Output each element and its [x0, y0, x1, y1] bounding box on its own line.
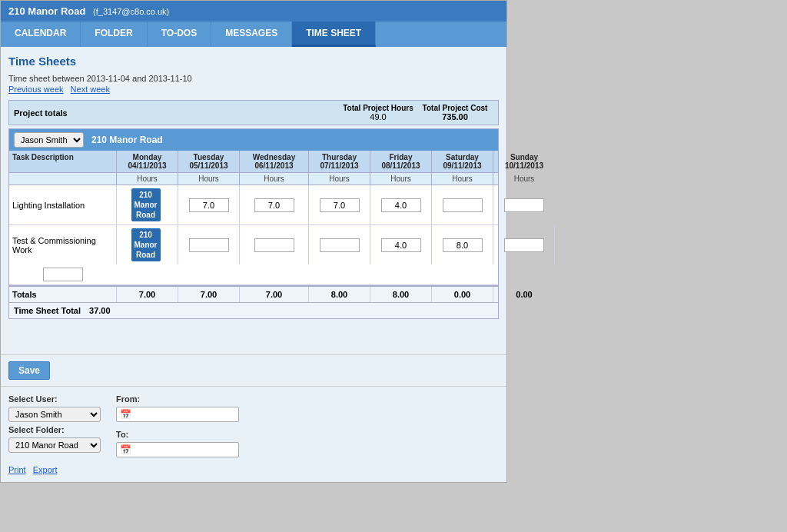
totals-sat: 0.00 — [432, 287, 493, 302]
hours-input[interactable] — [254, 238, 294, 252]
days-header: Task Description Monday 04/11/2013 Tuesd… — [9, 151, 498, 173]
totals-fri: 8.00 — [370, 287, 432, 302]
project-totals-label: Project totals — [14, 108, 340, 118]
totals-row: Totals 7.00 7.00 7.00 8.00 8.00 0.00 0.0… — [9, 285, 498, 302]
task-hours-wed-1 — [309, 185, 370, 224]
task-hours-sat-1 — [493, 185, 555, 224]
totals-thu: 8.00 — [309, 287, 370, 302]
report-section: Select User: Jason Smith Select Folder: … — [1, 386, 506, 482]
project-label: 210 Manor Road — [91, 135, 163, 145]
app-header: 210 Manor Road (f_3147@c8o.co.uk) — [1, 1, 506, 22]
week-links: Previous week Next week — [8, 85, 499, 94]
day-fri: Friday 08/11/2013 — [370, 151, 432, 172]
totals-wed: 7.00 — [240, 287, 309, 302]
tab-calendar[interactable]: CALENDAR — [1, 22, 81, 47]
save-button[interactable]: Save — [8, 361, 50, 380]
select-folder-label: Select Folder: — [8, 425, 101, 434]
section-title: Time Sheets — [8, 55, 499, 68]
task-hours-sat-2 — [493, 225, 555, 264]
total-project-hours: Total Project Hours 49.0 — [340, 104, 417, 121]
task-hours-wed-2 — [309, 225, 370, 264]
from-date-input-wrap: 📅 — [116, 407, 239, 422]
user-row: Jason Smith 210 Manor Road — [9, 129, 498, 151]
task-hours-tue-2 — [240, 225, 309, 264]
task-project-badge-2: 210ManorRoad — [117, 225, 178, 264]
tab-timesheet[interactable]: TIME SHEET — [292, 22, 376, 47]
task-row: Lighting Installation 210ManorRoad — [9, 185, 498, 225]
select-user-group: Select User: Jason Smith Select Folder: … — [8, 394, 101, 453]
to-label: To: — [116, 430, 239, 439]
task-hours-mon-2 — [178, 225, 240, 264]
report-form: Select User: Jason Smith Select Folder: … — [8, 394, 499, 457]
totals-mon: 7.00 — [117, 287, 178, 302]
hours-input[interactable] — [320, 238, 360, 252]
export-link[interactable]: Export — [33, 465, 58, 474]
report-links: Print Export — [8, 465, 499, 474]
hours-input[interactable] — [43, 268, 83, 281]
save-section: Save — [1, 354, 506, 386]
calendar-icon-to: 📅 — [117, 443, 134, 457]
header-title: 210 Manor Road — [8, 5, 85, 17]
task-project-badge: 210ManorRoad — [117, 185, 178, 224]
task-hours-mon-1 — [178, 185, 240, 224]
task-row: Test & Commissioning Work 210ManorRoad — [9, 225, 498, 285]
task-desc-header: Task Description — [9, 151, 117, 172]
to-date-input[interactable] — [134, 444, 234, 456]
task-name-commissioning: Test & Commissioning Work — [9, 225, 117, 264]
select-user-label: Select User: — [8, 394, 101, 404]
hours-input[interactable] — [320, 198, 360, 212]
tab-messages[interactable]: MESSAGES — [211, 22, 292, 47]
day-sun: Sunday 10/11/2013 — [493, 151, 555, 172]
hours-input[interactable] — [504, 198, 544, 212]
hours-input[interactable] — [189, 238, 229, 252]
hours-input[interactable] — [189, 198, 229, 212]
totals-label: Totals — [9, 287, 117, 302]
timesheet-table: Jason Smith 210 Manor Road Task Descript… — [8, 128, 499, 319]
task-hours-thu-2 — [370, 225, 432, 264]
nav-tabs: CALENDAR FOLDER TO-DOS MESSAGES TIME SHE… — [1, 22, 506, 47]
hours-input[interactable] — [254, 198, 294, 212]
totals-tue: 7.00 — [178, 287, 240, 302]
print-link[interactable]: Print — [8, 465, 26, 474]
day-sat: Saturday 09/11/2013 — [432, 151, 493, 172]
task-hours-thu-1 — [370, 185, 432, 224]
header-subtitle: (f_3147@c8o.co.uk) — [93, 7, 169, 16]
hours-input[interactable] — [443, 198, 483, 212]
from-label: From: — [116, 394, 239, 404]
prev-week-link[interactable]: Previous week — [8, 85, 64, 94]
day-wed: Wednesday 06/11/2013 — [240, 151, 309, 172]
main-window: 210 Manor Road (f_3147@c8o.co.uk) CALEND… — [0, 0, 507, 483]
totals-sun: 0.00 — [493, 287, 555, 302]
task-hours-fri-1 — [432, 185, 493, 224]
ts-total-row: Time Sheet Total 37.00 — [9, 302, 498, 318]
total-project-cost: Total Project Cost 735.00 — [417, 104, 493, 121]
user-select[interactable]: Jason Smith — [14, 132, 84, 148]
date-range-group: From: 📅 To: 📅 — [116, 394, 239, 457]
hours-input[interactable] — [443, 238, 483, 252]
day-tue: Tuesday 05/11/2013 — [178, 151, 240, 172]
hours-label — [9, 173, 117, 185]
task-hours-fri-2 — [432, 225, 493, 264]
select-user-dropdown[interactable]: Jason Smith — [8, 407, 101, 422]
hours-subheader: Hours Hours Hours Hours Hours Hours Hour… — [9, 173, 498, 185]
calendar-icon-from: 📅 — [117, 407, 134, 421]
day-mon: Monday 04/11/2013 — [117, 151, 178, 172]
tab-todos[interactable]: TO-DOS — [148, 22, 211, 47]
select-folder-dropdown[interactable]: 210 Manor Road — [8, 437, 101, 453]
task-name-lighting: Lighting Installation — [9, 185, 117, 224]
tab-folder[interactable]: FOLDER — [81, 22, 147, 47]
content-area: Time Sheets Time sheet between 2013-11-0… — [1, 47, 506, 354]
task-hours-sun-2 — [9, 264, 117, 284]
hours-input[interactable] — [381, 198, 421, 212]
project-totals-header: Project totals Total Project Hours 49.0 … — [8, 100, 499, 125]
to-date-input-wrap: 📅 — [116, 442, 239, 457]
task-hours-tue-1 — [240, 185, 309, 224]
timesheet-between: Time sheet between 2013-11-04 and 2013-1… — [8, 74, 499, 83]
hours-input[interactable] — [381, 238, 421, 252]
day-thu: Thursday 07/11/2013 — [309, 151, 370, 172]
hours-input[interactable] — [504, 238, 544, 252]
from-date-input[interactable] — [134, 408, 234, 421]
next-week-link[interactable]: Next week — [71, 85, 110, 94]
